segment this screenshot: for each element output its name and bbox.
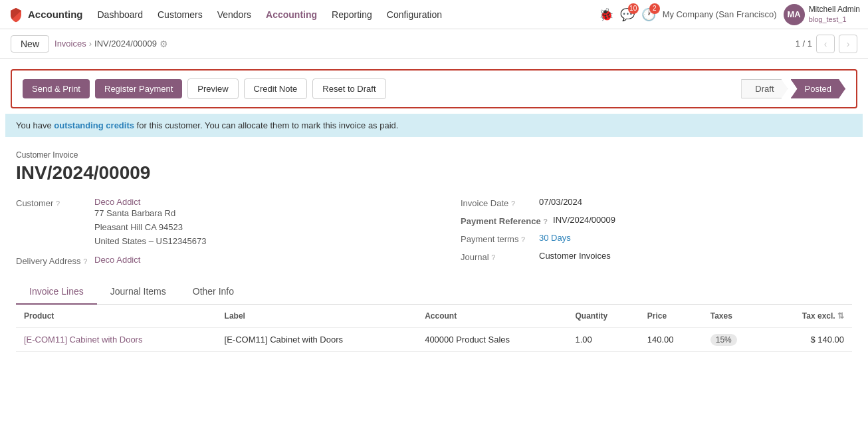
- cell-account: 400000 Product Sales: [417, 328, 567, 352]
- debug-icon-btn[interactable]: 🐞: [599, 7, 613, 22]
- new-button[interactable]: New: [11, 35, 49, 53]
- alert-text-after: for this customer. You can allocate them…: [134, 120, 398, 130]
- col-quantity: Quantity: [567, 305, 639, 328]
- nav-reporting[interactable]: Reporting: [325, 5, 379, 24]
- pager-prev-button[interactable]: ‹: [816, 35, 835, 53]
- journal-row: Journal ? Customer Invoices: [461, 251, 852, 262]
- payment-terms-help-icon: ?: [521, 235, 525, 243]
- user-name-line2: blog_test_1: [809, 15, 860, 24]
- messages-badge: 10: [628, 3, 639, 14]
- document-area: Customer Invoice INV/2024/00009 Customer…: [0, 137, 868, 365]
- payment-terms-label: Payment terms ?: [461, 233, 534, 244]
- tab-journal-items[interactable]: Journal Items: [97, 279, 179, 305]
- sort-icon[interactable]: ⇅: [837, 311, 844, 321]
- col-label: Label: [217, 305, 417, 328]
- form-left: Customer ? Deco Addict 77 Santa Barbara …: [16, 197, 434, 266]
- bug-icon: 🐞: [599, 7, 613, 22]
- cell-price: 140.00: [639, 328, 703, 352]
- tab-invoice-lines[interactable]: Invoice Lines: [16, 279, 97, 305]
- breadcrumb-separator: ›: [89, 39, 92, 49]
- payment-terms-value[interactable]: 30 Days: [539, 233, 571, 243]
- status-posted[interactable]: Posted: [791, 79, 845, 98]
- breadcrumb-bar: New Invoices › INV/2024/00009 ⚙ 1 / 1 ‹ …: [0, 29, 868, 59]
- breadcrumb-current: INV/2024/00009: [94, 39, 157, 49]
- customer-field-row: Customer ? Deco Addict 77 Santa Barbara …: [16, 197, 434, 248]
- breadcrumb: Invoices › INV/2024/00009 ⚙: [54, 39, 168, 49]
- address-line3: United States – US12345673: [94, 235, 206, 249]
- customer-help-icon: ?: [56, 200, 60, 208]
- status-draft[interactable]: Draft: [741, 79, 788, 98]
- app-logo[interactable]: Accounting: [8, 7, 83, 23]
- invoice-table: Product Label Account Quantity Price Tax…: [16, 305, 852, 352]
- table-header-row: Product Label Account Quantity Price Tax…: [16, 305, 852, 328]
- breadcrumb-invoices[interactable]: Invoices: [54, 39, 86, 49]
- cell-label: [E-COM11] Cabinet with Doors: [217, 328, 417, 352]
- preview-button[interactable]: Preview: [187, 78, 238, 99]
- cell-tax-excl: $ 140.00: [766, 328, 852, 352]
- tab-other-info[interactable]: Other Info: [179, 279, 247, 305]
- cell-taxes: 15%: [703, 328, 766, 352]
- cell-product[interactable]: [E-COM11] Cabinet with Doors: [16, 328, 217, 352]
- customer-value-group: Deco Addict 77 Santa Barbara Rd Pleasant…: [94, 197, 206, 248]
- main-content: Send & Print Register Payment Preview Cr…: [0, 59, 868, 439]
- delivery-field-row: Delivery Address ? Deco Addict: [16, 255, 434, 266]
- nav-customers[interactable]: Customers: [151, 5, 209, 24]
- payment-ref-label: Payment Reference ?: [461, 215, 548, 226]
- col-taxes: Taxes: [703, 305, 766, 328]
- delivery-value[interactable]: Deco Addict: [94, 255, 140, 265]
- nav-configuration[interactable]: Configuration: [380, 5, 449, 24]
- nav-vendors[interactable]: Vendors: [211, 5, 258, 24]
- avatar: MA: [784, 4, 805, 25]
- invoice-date-row: Invoice Date ? 07/03/2024: [461, 197, 852, 208]
- document-type-label: Customer Invoice: [16, 150, 852, 160]
- register-payment-button[interactable]: Register Payment: [95, 79, 182, 98]
- credit-note-button[interactable]: Credit Note: [244, 78, 308, 99]
- settings-icon[interactable]: ⚙: [160, 39, 168, 49]
- reset-to-draft-button[interactable]: Reset to Draft: [312, 78, 385, 99]
- pager-info: 1 / 1: [796, 39, 812, 49]
- table-row: [E-COM11] Cabinet with Doors [E-COM11] C…: [16, 328, 852, 352]
- user-info: Mitchell Admin blog_test_1: [809, 5, 860, 25]
- user-menu[interactable]: MA Mitchell Admin blog_test_1: [784, 4, 860, 25]
- alert-text-before: You have: [16, 120, 54, 130]
- topnav-right: 🐞 💬 10 🕐 2 My Company (San Francisco) MA…: [599, 4, 860, 25]
- tabs-bar: Invoice Lines Journal Items Other Info: [16, 279, 852, 305]
- brand-name: Accounting: [28, 9, 83, 20]
- payment-ref-help-icon: ?: [543, 218, 548, 225]
- pager: 1 / 1 ‹ ›: [796, 35, 857, 53]
- logo-icon: [8, 7, 24, 23]
- user-name-line1: Mitchell Admin: [809, 5, 860, 15]
- cell-quantity: 1.00: [567, 328, 639, 352]
- main-menu: Dashboard Customers Vendors Accounting R…: [91, 5, 596, 24]
- journal-label: Journal ?: [461, 251, 534, 262]
- activities-btn[interactable]: 🕐 2: [641, 7, 656, 22]
- topnav: Accounting Dashboard Customers Vendors A…: [0, 0, 868, 29]
- company-name: My Company (San Francisco): [663, 9, 777, 19]
- tax-badge: 15%: [710, 334, 737, 346]
- pager-next-button[interactable]: ›: [839, 35, 857, 53]
- nav-accounting[interactable]: Accounting: [259, 5, 324, 24]
- delivery-label: Delivery Address ?: [16, 255, 89, 266]
- payment-terms-row: Payment terms ? 30 Days: [461, 233, 852, 244]
- customer-value[interactable]: Deco Addict: [94, 197, 206, 207]
- col-product: Product: [16, 305, 217, 328]
- address-line2: Pleasant Hill CA 94523: [94, 221, 206, 235]
- payment-ref-row: Payment Reference ? INV/2024/00009: [461, 215, 852, 226]
- activities-badge: 2: [649, 3, 660, 14]
- invoice-date-help-icon: ?: [511, 200, 515, 208]
- col-account: Account: [417, 305, 567, 328]
- invoice-date-value: 07/03/2024: [539, 197, 582, 207]
- messages-btn[interactable]: 💬 10: [620, 7, 635, 22]
- customer-address: 77 Santa Barbara Rd Pleasant Hill CA 945…: [94, 207, 206, 248]
- col-tax-excl: Tax excl. ⇅: [766, 305, 852, 328]
- form-right: Invoice Date ? 07/03/2024 Payment Refere…: [434, 197, 852, 266]
- delivery-help-icon: ?: [83, 257, 87, 265]
- nav-dashboard[interactable]: Dashboard: [91, 5, 150, 24]
- form-grid: Customer ? Deco Addict 77 Santa Barbara …: [16, 197, 852, 266]
- action-bar-wrapper: Send & Print Register Payment Preview Cr…: [0, 59, 868, 108]
- address-line1: 77 Santa Barbara Rd: [94, 207, 206, 221]
- alert-highlight: outstanding credits: [54, 120, 134, 130]
- send-print-button[interactable]: Send & Print: [23, 79, 90, 98]
- action-bar: Send & Print Register Payment Preview Cr…: [11, 69, 857, 108]
- avatar-initials: MA: [788, 9, 801, 19]
